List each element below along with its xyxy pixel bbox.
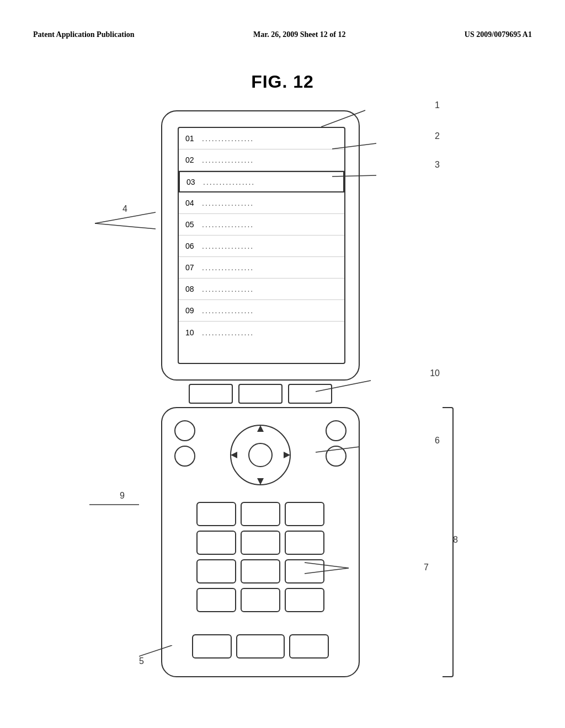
label-1: 1 — [435, 100, 440, 110]
nav-cluster — [230, 425, 291, 485]
bottom-key-right[interactable] — [289, 634, 329, 659]
nav-center-button[interactable] — [248, 443, 273, 467]
label-5-line — [139, 645, 183, 662]
label-9-line — [89, 496, 145, 513]
label-10: 10 — [430, 368, 440, 378]
list-item-selected: 03 ................ — [179, 171, 344, 192]
label-10-line — [316, 375, 387, 397]
list-item: 01 ................ — [179, 128, 344, 149]
svg-line-5 — [332, 143, 376, 149]
key-button[interactable] — [196, 588, 236, 612]
svg-line-6 — [332, 175, 376, 176]
nav-up-arrow[interactable] — [257, 425, 264, 432]
svg-marker-3 — [284, 452, 290, 458]
bottom-key-center[interactable] — [236, 634, 285, 659]
list-item: 08 ................ — [179, 279, 344, 300]
list-item: 06 ................ — [179, 235, 344, 257]
side-button-left-top[interactable] — [174, 420, 195, 441]
svg-marker-1 — [257, 478, 264, 485]
nav-right-arrow[interactable] — [283, 451, 291, 459]
side-button-right-top[interactable] — [326, 420, 347, 441]
patent-diagram: 01 ................ 02 ................ … — [128, 110, 437, 689]
list-item: 05 ................ — [179, 214, 344, 235]
phone-screen: 01 ................ 02 ................ … — [178, 127, 345, 364]
label-8: 8 — [453, 535, 458, 545]
label-7: 7 — [424, 563, 429, 572]
svg-marker-0 — [257, 425, 264, 432]
label-7-line — [305, 557, 371, 579]
nav-left-arrow[interactable] — [230, 451, 238, 459]
label-1-line — [321, 105, 387, 132]
header-patent-number: US 2009/0079695 A1 — [465, 30, 532, 39]
list-item: 09 ................ — [179, 300, 344, 322]
hinge-block — [189, 384, 233, 404]
label-6-line — [316, 441, 371, 458]
svg-line-14 — [316, 381, 371, 392]
list-item: 07 ................ — [179, 257, 344, 279]
key-button[interactable] — [241, 559, 280, 584]
svg-line-12 — [305, 568, 349, 574]
svg-line-9 — [139, 645, 172, 656]
label-6: 6 — [435, 436, 440, 446]
header-publication-label: Patent Application Publication — [33, 30, 135, 39]
phone-top-body: 01 ................ 02 ................ … — [161, 110, 360, 381]
side-button-left-bottom[interactable] — [174, 446, 195, 467]
label-4: 4 — [122, 204, 127, 214]
header-date-sheet: Mar. 26, 2009 Sheet 12 of 12 — [253, 30, 345, 39]
key-button[interactable] — [196, 531, 236, 555]
bracket-8 — [443, 407, 454, 677]
nav-down-arrow[interactable] — [257, 478, 264, 485]
hinge-block — [238, 384, 282, 404]
svg-line-10 — [316, 447, 360, 452]
label-3-line — [332, 165, 398, 188]
svg-line-11 — [305, 563, 349, 568]
key-button[interactable] — [196, 502, 236, 526]
key-button[interactable] — [285, 502, 324, 526]
svg-line-8 — [95, 223, 156, 229]
label-2: 2 — [435, 131, 440, 141]
svg-line-4 — [321, 110, 365, 127]
bottom-row — [192, 634, 329, 659]
label-3: 3 — [435, 160, 440, 170]
figure-title: FIG. 12 — [251, 72, 314, 92]
svg-line-7 — [95, 212, 156, 223]
list-item: 02 ................ — [179, 149, 344, 171]
label-5: 5 — [139, 656, 144, 666]
label-2-line — [332, 138, 398, 160]
key-button[interactable] — [285, 531, 324, 555]
list-item: 10 ................ — [179, 322, 344, 343]
page-header: Patent Application Publication Mar. 26, … — [33, 30, 532, 39]
key-button[interactable] — [285, 588, 324, 612]
svg-marker-2 — [231, 452, 237, 458]
key-button[interactable] — [241, 502, 280, 526]
label-9: 9 — [120, 491, 125, 501]
list-item: 04 ................ — [179, 192, 344, 214]
key-button[interactable] — [196, 559, 236, 584]
key-button[interactable] — [241, 531, 280, 555]
bottom-key-left[interactable] — [192, 634, 232, 659]
key-button[interactable] — [241, 588, 280, 612]
label-4-line — [78, 207, 156, 234]
